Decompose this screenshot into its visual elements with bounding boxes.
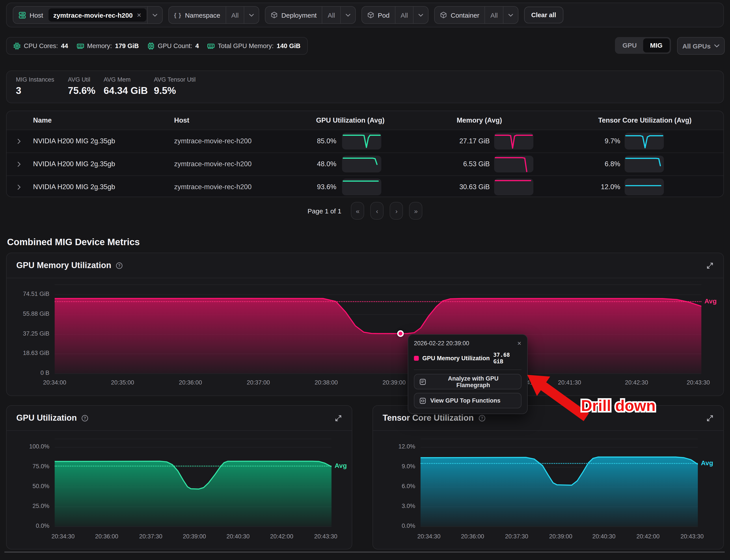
close-icon[interactable]: ✕ [517, 340, 521, 346]
table-row[interactable]: NVIDIA H200 MIG 2g.35gb zymtrace-movie-r… [7, 130, 723, 153]
device-name: NVIDIA H200 MIG 2g.35gb [33, 137, 115, 145]
expand-icon[interactable] [335, 414, 342, 422]
host-filter-value: zymtrace-movie-rec-h200 ✕ [49, 8, 146, 22]
section-title: Combined MIG Device Metrics [7, 237, 140, 248]
divider [414, 370, 521, 370]
row-expand-chevron-icon[interactable] [17, 138, 21, 144]
page-indicator: Page 1 of 1 [308, 207, 341, 215]
series-swatch [414, 356, 419, 360]
summary-avg-util: AVG Util75.6% [68, 76, 95, 97]
help-icon[interactable]: ? [478, 414, 485, 422]
pod-filter-value[interactable]: All [395, 7, 413, 23]
first-page-button[interactable]: « [351, 202, 365, 220]
clear-all-button[interactable]: Clear all [524, 7, 563, 23]
row-expand-chevron-icon[interactable] [17, 184, 21, 190]
chart-title: GPU Utilization [16, 413, 77, 423]
svg-text:?: ? [481, 416, 483, 420]
namespace-filter[interactable]: { } Namespace All [168, 6, 260, 24]
stat-item: Total GPU Memory:140 GiB [207, 42, 301, 50]
toggle-option-mig[interactable]: MIG [643, 38, 670, 52]
series-name: GPU Memory Utilization [422, 355, 490, 361]
container-dropdown-chevron-icon[interactable] [503, 7, 518, 23]
table-header: Name Host GPU Utilization (Avg) Memory (… [7, 111, 723, 130]
gpu-selector-dropdown[interactable]: All GPUs [677, 37, 725, 55]
deployment-filter-value[interactable]: All [322, 7, 340, 23]
gpu-util-value: 85.0% [289, 137, 337, 145]
memory-value: 30.63 GiB [430, 183, 490, 191]
gpu-memory-chart-card[interactable]: GPU Memory Utilization ? [6, 253, 724, 396]
pod-dropdown-chevron-icon[interactable] [413, 7, 428, 23]
device-host: zymtrace-movie-rec-h200 [174, 137, 252, 145]
host-stats-bar: CPU Cores:44Memory:179 GiBGPU Count:4Tot… [6, 37, 308, 55]
memory-sparkline [494, 179, 533, 195]
stat-item: GPU Count:4 [147, 42, 199, 50]
next-page-button[interactable]: › [390, 202, 403, 220]
device-host: zymtrace-movie-rec-h200 [174, 183, 252, 191]
help-icon[interactable]: ? [116, 262, 123, 269]
container-filter-value[interactable]: All [485, 7, 503, 23]
svg-text:?: ? [118, 263, 121, 268]
memory-icon [207, 42, 215, 50]
gpu-icon [147, 42, 155, 50]
stat-item: Memory:179 GiB [77, 42, 139, 50]
summary-avg-mem: AVG Mem64.34 GiB [104, 76, 148, 97]
summary-avg-tensor-util: AVG Tensor Util9.5% [154, 76, 196, 97]
tensor-core-chart-card[interactable]: Tensor Core Utilization ? [372, 405, 724, 549]
pod-filter[interactable]: Pod All [362, 6, 429, 24]
gpu-util-sparkline [342, 133, 381, 149]
pagination: Page 1 of 1 « ‹ › » [0, 202, 730, 220]
summary-mig-instances: MIG Instances3 [16, 76, 54, 97]
expand-icon[interactable] [706, 414, 714, 422]
tensor-util-value: 9.7% [562, 137, 620, 145]
braces-icon: { } [174, 12, 181, 18]
help-icon[interactable]: ? [81, 414, 89, 422]
container-cube-icon [440, 11, 447, 19]
next-section-divider [4, 552, 725, 553]
mig-device-table: Name Host GPU Utilization (Avg) Memory (… [6, 111, 724, 197]
remove-host-filter-icon[interactable]: ✕ [137, 12, 142, 18]
chart-title: Tensor Core Utilization [382, 413, 474, 423]
namespace-dropdown-chevron-icon[interactable] [244, 7, 259, 23]
memory-value: 6.53 GiB [430, 160, 490, 168]
deployment-filter[interactable]: Deployment All [265, 6, 356, 24]
mig-summary-card: MIG Instances3 AVG Util75.6% AVG Mem64.3… [6, 71, 724, 103]
series-value: 37.68 GiB [493, 351, 521, 365]
host-filter[interactable]: Host zymtrace-movie-rec-h200 ✕ [13, 6, 163, 24]
device-name: NVIDIA H200 MIG 2g.35gb [33, 183, 115, 191]
tensor-util-sparkline [625, 133, 664, 149]
memory-sparkline [494, 133, 533, 149]
row-expand-chevron-icon[interactable] [17, 161, 21, 167]
memory-icon [77, 42, 84, 50]
device-host: zymtrace-movie-rec-h200 [174, 160, 252, 168]
tensor-util-value: 12.0% [562, 183, 620, 191]
table-row[interactable]: NVIDIA H200 MIG 2g.35gb zymtrace-movie-r… [7, 175, 723, 197]
memory-value: 27.17 GiB [430, 137, 490, 145]
prev-page-button[interactable]: ‹ [370, 202, 384, 220]
host-filter-label: Host [30, 11, 43, 19]
memory-sparkline [494, 156, 533, 172]
chart-title: GPU Memory Utilization [16, 261, 111, 270]
code-icon [419, 397, 426, 404]
deployment-dropdown-chevron-icon[interactable] [340, 7, 355, 23]
server-icon [19, 11, 26, 19]
tensor-util-sparkline [625, 179, 664, 195]
tensor-util-value: 6.8% [562, 160, 620, 168]
gpu-util-sparkline [342, 179, 381, 195]
expand-icon[interactable] [706, 262, 714, 269]
namespace-filter-value[interactable]: All [226, 7, 244, 23]
last-page-button[interactable]: » [409, 202, 422, 220]
analyze-flamegraph-button[interactable]: Analyze with GPU Flamegraph [414, 374, 521, 389]
filter-bar: Host zymtrace-movie-rec-h200 ✕ { } Names… [6, 3, 724, 27]
tooltip-timestamp: 2026-02-22 20:39:00 [414, 340, 469, 347]
device-name: NVIDIA H200 MIG 2g.35gb [33, 160, 115, 168]
view-top-functions-button[interactable]: View GPU Top Functions [414, 393, 521, 408]
svg-text:?: ? [84, 416, 86, 420]
toggle-option-gpu[interactable]: GPU [616, 38, 643, 52]
table-row[interactable]: NVIDIA H200 MIG 2g.35gb zymtrace-movie-r… [7, 153, 723, 175]
stat-item: CPU Cores:44 [13, 42, 68, 50]
chevron-down-icon [714, 44, 719, 48]
gpu-util-value: 48.0% [289, 160, 337, 168]
gpu-utilization-chart-card[interactable]: GPU Utilization ? [6, 405, 352, 549]
host-dropdown-chevron-icon[interactable] [147, 7, 162, 23]
container-filter[interactable]: Container All [434, 6, 518, 24]
